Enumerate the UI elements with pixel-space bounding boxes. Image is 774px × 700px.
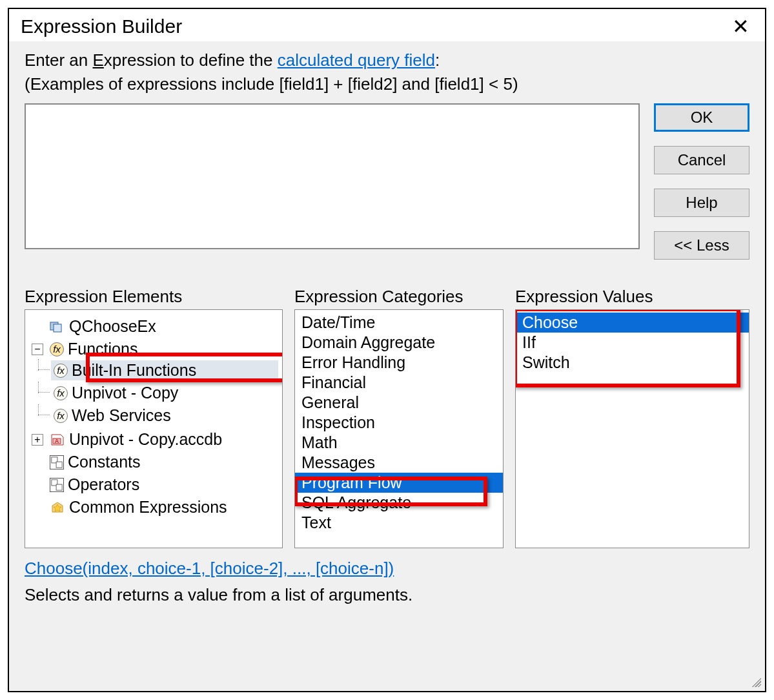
tree-item-functions[interactable]: − fx Functions [29,339,278,359]
syntax-link[interactable]: Choose(index, choice-1, [choice-2], ...,… [25,559,394,578]
values-list[interactable]: ChooseIIfSwitch [516,310,749,375]
label-categories: Expression Categories [294,287,504,307]
expression-input[interactable] [25,103,640,249]
prompt-hotkey: E [93,50,104,70]
category-item[interactable]: Messages [295,453,503,473]
fx-folder-icon: fx [50,342,64,356]
collapse-icon[interactable]: − [32,344,43,355]
elements-tree: QChooseEx − fx Functions fx Built-In [29,315,278,519]
fx-icon: fx [54,409,68,423]
tree-item-common-expressions[interactable]: Common Expressions [29,497,278,517]
category-item[interactable]: Program Flow [295,473,503,493]
panes-row: QChooseEx − fx Functions fx Built-In [25,309,749,548]
tree-label: QChooseEx [69,317,156,336]
tree-spacer [32,457,43,468]
query-icon [50,320,65,334]
section-labels: Expression Elements Expression Categorie… [25,287,749,307]
tree-label: Unpivot - Copy.accdb [69,430,222,449]
constants-icon [50,455,64,469]
label-elements: Expression Elements [25,287,283,307]
operators-icon [50,478,64,492]
prompt-line-1: Enter an Expression to define the calcul… [25,50,749,70]
tree-item-database[interactable]: + A Unpivot - Copy.accdb [29,429,278,449]
dialog-content: Enter an Expression to define the calcul… [9,41,765,691]
cancel-button[interactable]: Cancel [654,146,749,174]
fx-icon: fx [54,386,68,400]
category-item[interactable]: Financial [295,373,503,393]
calculated-query-field-link[interactable]: calculated query field [278,50,435,70]
label-values: Expression Values [515,287,749,307]
tree-label: Built-In Functions [72,361,196,380]
function-description: Selects and returns a value from a list … [25,585,749,605]
button-column: OK Cancel Help << Less [654,103,749,260]
svg-text:A: A [55,438,59,444]
category-item[interactable]: Inspection [295,413,503,433]
database-icon: A [50,433,65,447]
footer: Choose(index, choice-1, [choice-2], ...,… [25,559,749,605]
tree-spacer [32,502,43,513]
dialog-title: Expression Builder [21,15,182,37]
category-item[interactable]: Date/Time [295,313,503,333]
prompt-prefix: Enter an [25,50,93,70]
titlebar: Expression Builder ✕ [9,9,765,41]
expression-row: OK Cancel Help << Less [25,103,749,260]
tree-label: Functions [68,340,137,358]
pane-expression-values: ChooseIIfSwitch [515,309,749,548]
category-item[interactable]: General [295,393,503,413]
tree-label: Constants [68,453,141,471]
value-item[interactable]: IIf [516,333,749,353]
svg-rect-7 [56,484,62,490]
value-item[interactable]: Switch [516,353,749,373]
fx-icon: fx [54,364,68,378]
prompt-mid: xpression to define the [104,50,278,70]
prompt-line-2: (Examples of expressions include [field1… [25,74,749,94]
tree-spacer [32,321,43,333]
tree-item-constants[interactable]: Constants [29,452,278,472]
tree-item-operators[interactable]: Operators [29,475,278,495]
svg-rect-5 [56,462,62,468]
value-item[interactable]: Choose [516,313,749,333]
categories-list[interactable]: Date/TimeDomain AggregateError HandlingF… [295,310,503,548]
pane-expression-elements: QChooseEx − fx Functions fx Built-In [25,309,283,548]
svg-rect-1 [54,324,61,332]
tree-label: Operators [68,475,139,494]
category-item[interactable]: SQL Aggregate [295,493,503,513]
tree-label: Web Services [72,406,171,425]
tree-label: Unpivot - Copy [72,384,178,402]
tree-item-unpivot-copy[interactable]: fx Unpivot - Copy [51,383,278,403]
category-item[interactable]: Domain Aggregate [295,333,503,353]
resize-grip-icon[interactable] [749,675,761,687]
expand-icon[interactable]: + [32,434,43,446]
tree-spacer [32,479,43,491]
less-button[interactable]: << Less [654,231,749,260]
category-item[interactable]: Error Handling [295,353,503,373]
category-item[interactable]: Text [295,513,503,533]
tree-item-web-services[interactable]: fx Web Services [51,406,278,426]
help-button[interactable]: Help [654,189,749,217]
dialog-expression-builder: Expression Builder ✕ Enter an Expression… [8,8,766,692]
tree-label: Common Expressions [69,498,227,517]
pane-expression-categories: Date/TimeDomain AggregateError HandlingF… [294,309,504,548]
tree-item-query[interactable]: QChooseEx [29,316,278,336]
common-expressions-icon [50,500,65,515]
category-item[interactable]: Math [295,433,503,453]
ok-button[interactable]: OK [654,103,749,132]
close-icon[interactable]: ✕ [728,16,753,37]
prompt-suffix: : [435,50,440,70]
tree-item-built-in-functions[interactable]: fx Built-In Functions [51,360,278,380]
